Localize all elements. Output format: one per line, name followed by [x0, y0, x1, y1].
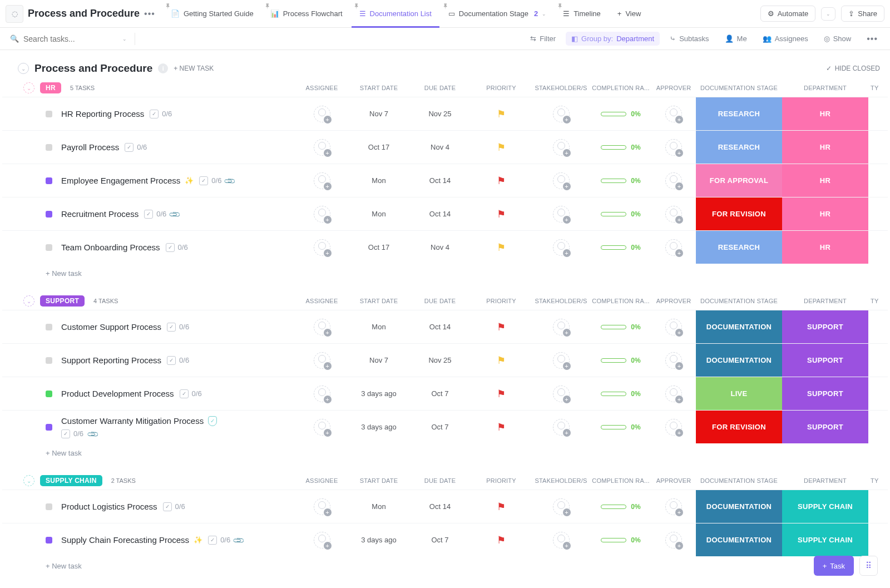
- more-button[interactable]: •••: [861, 31, 883, 47]
- avatar-placeholder[interactable]: [665, 352, 682, 369]
- hide-closed-button[interactable]: ✓HIDE CLOSED: [826, 65, 880, 72]
- cell-priority[interactable]: ⚑: [471, 108, 532, 120]
- status-square[interactable]: [46, 211, 52, 218]
- cell-due[interactable]: Oct 14: [409, 323, 471, 331]
- cell-completion[interactable]: 0%: [590, 390, 651, 398]
- cell-start[interactable]: Oct 17: [348, 143, 409, 151]
- cell-start[interactable]: Mon: [348, 176, 409, 185]
- col-stakeholders[interactable]: STAKEHOLDER/S: [532, 85, 590, 91]
- add-task-row[interactable]: + New task: [2, 264, 888, 280]
- avatar-placeholder[interactable]: [665, 498, 682, 515]
- task-name[interactable]: Team Onboarding Process: [61, 243, 160, 252]
- col-department[interactable]: DEPARTMENT: [782, 298, 868, 304]
- new-task-button[interactable]: + NEW TASK: [174, 65, 214, 72]
- avatar-placeholder[interactable]: [665, 319, 682, 335]
- collapse-group-icon[interactable]: ⌄: [23, 295, 34, 307]
- group-tag[interactable]: SUPPORT: [40, 295, 85, 307]
- cell-approver[interactable]: [651, 386, 696, 402]
- collapse-group-icon[interactable]: ⌄: [23, 475, 34, 486]
- cell-stakeholder[interactable]: [532, 139, 590, 156]
- cell-completion[interactable]: 0%: [590, 244, 651, 251]
- col-due[interactable]: DUE DATE: [409, 477, 471, 484]
- show-button[interactable]: ◎Show: [818, 32, 857, 46]
- avatar-placeholder[interactable]: [314, 239, 330, 256]
- col-due[interactable]: DUE DATE: [409, 85, 471, 91]
- me-button[interactable]: 👤Me: [719, 32, 753, 46]
- cell-priority[interactable]: ⚑: [471, 208, 532, 220]
- col-assignee[interactable]: ASSIGNEE: [295, 85, 348, 91]
- col-type[interactable]: TY: [868, 477, 888, 484]
- cell-stakeholder[interactable]: [532, 532, 590, 549]
- col-priority[interactable]: PRIORITY: [471, 85, 532, 91]
- cell-department[interactable]: HR: [782, 131, 868, 164]
- task-name[interactable]: Recruitment Process: [61, 209, 139, 219]
- col-stakeholders[interactable]: STAKEHOLDER/S: [532, 298, 590, 304]
- cell-department[interactable]: HR: [782, 97, 868, 130]
- avatar-placeholder[interactable]: [314, 139, 330, 156]
- avatar-placeholder[interactable]: [665, 386, 682, 402]
- cell-approver[interactable]: [651, 106, 696, 122]
- cell-stakeholder[interactable]: [532, 206, 590, 223]
- cell-start[interactable]: 3 days ago: [348, 423, 409, 431]
- avatar-placeholder[interactable]: [553, 498, 570, 515]
- cell-start[interactable]: Nov 7: [348, 356, 409, 364]
- add-task-row[interactable]: + New task: [2, 443, 888, 459]
- task-row[interactable]: Payroll Process ✓0/6 Oct 17 Nov 4 ⚑ 0% R…: [2, 130, 888, 164]
- cell-stage[interactable]: DOCUMENTATION: [696, 523, 782, 556]
- cell-approver[interactable]: [651, 532, 696, 549]
- col-department[interactable]: DEPARTMENT: [782, 477, 868, 484]
- avatar-placeholder[interactable]: [553, 419, 570, 436]
- group-tag[interactable]: SUPPLY CHAIN: [40, 475, 102, 486]
- cell-stage[interactable]: RESEARCH: [696, 231, 782, 264]
- avatar-placeholder[interactable]: [314, 172, 330, 189]
- cell-approver[interactable]: [651, 239, 696, 256]
- cell-department[interactable]: HR: [782, 231, 868, 264]
- cell-due[interactable]: Oct 14: [409, 210, 471, 218]
- cell-completion[interactable]: 0%: [590, 110, 651, 118]
- task-row[interactable]: Supply Chain Forecasting Process✨ ✓0/6📎 …: [2, 523, 888, 556]
- cell-assignee[interactable]: [295, 352, 348, 369]
- tab-process-flowchart[interactable]: 📊Process Flowchart: [263, 0, 350, 28]
- cell-priority[interactable]: ⚑: [471, 175, 532, 187]
- cell-assignee[interactable]: [295, 172, 348, 189]
- tab-timeline[interactable]: ☰Timeline: [555, 0, 609, 28]
- task-row[interactable]: Support Reporting Process ✓0/6 Nov 7 Nov…: [2, 343, 888, 377]
- filter-button[interactable]: ⇆Filter: [525, 32, 561, 46]
- cell-stage[interactable]: DOCUMENTATION: [696, 490, 782, 523]
- automate-button[interactable]: ⚙Automate: [760, 6, 816, 22]
- avatar-placeholder[interactable]: [314, 106, 330, 122]
- new-task-fab[interactable]: +Task: [814, 556, 854, 576]
- col-completion[interactable]: COMPLETION RA...: [590, 298, 651, 304]
- status-square[interactable]: [46, 244, 52, 251]
- cell-stakeholder[interactable]: [532, 172, 590, 189]
- task-name[interactable]: Support Reporting Process: [61, 355, 161, 365]
- task-row[interactable]: Customer Support Process ✓0/6 Mon Oct 14…: [2, 310, 888, 343]
- cell-stage[interactable]: RESEARCH: [696, 131, 782, 164]
- cell-stakeholder[interactable]: [532, 386, 590, 402]
- col-start[interactable]: START DATE: [348, 477, 409, 484]
- cell-stage[interactable]: DOCUMENTATION: [696, 310, 782, 343]
- cell-assignee[interactable]: [295, 139, 348, 156]
- cell-assignee[interactable]: [295, 532, 348, 549]
- groupby-button[interactable]: ◧Group by:Department: [566, 32, 660, 46]
- cell-start[interactable]: 3 days ago: [348, 389, 409, 398]
- cell-stakeholder[interactable]: [532, 419, 590, 436]
- status-square[interactable]: [46, 357, 52, 364]
- avatar-placeholder[interactable]: [665, 239, 682, 256]
- task-name[interactable]: Supply Chain Forecasting Process: [61, 535, 189, 545]
- cell-stakeholder[interactable]: [532, 319, 590, 335]
- avatar-placeholder[interactable]: [314, 419, 330, 436]
- cell-priority[interactable]: ⚑: [471, 388, 532, 400]
- info-icon[interactable]: i: [158, 63, 168, 73]
- col-type[interactable]: TY: [868, 85, 888, 91]
- status-square[interactable]: [46, 537, 52, 543]
- apps-fab[interactable]: ⠿: [859, 556, 878, 576]
- cell-priority[interactable]: ⚑: [471, 354, 532, 367]
- cell-department[interactable]: SUPPORT: [782, 377, 868, 410]
- cell-stakeholder[interactable]: [532, 239, 590, 256]
- avatar-placeholder[interactable]: [665, 106, 682, 122]
- task-name[interactable]: HR Reporting Process: [61, 109, 144, 118]
- avatar-placeholder[interactable]: [314, 532, 330, 549]
- cell-due[interactable]: Nov 25: [409, 110, 471, 118]
- task-row[interactable]: Product Logistics Process ✓0/6 Mon Oct 1…: [2, 490, 888, 523]
